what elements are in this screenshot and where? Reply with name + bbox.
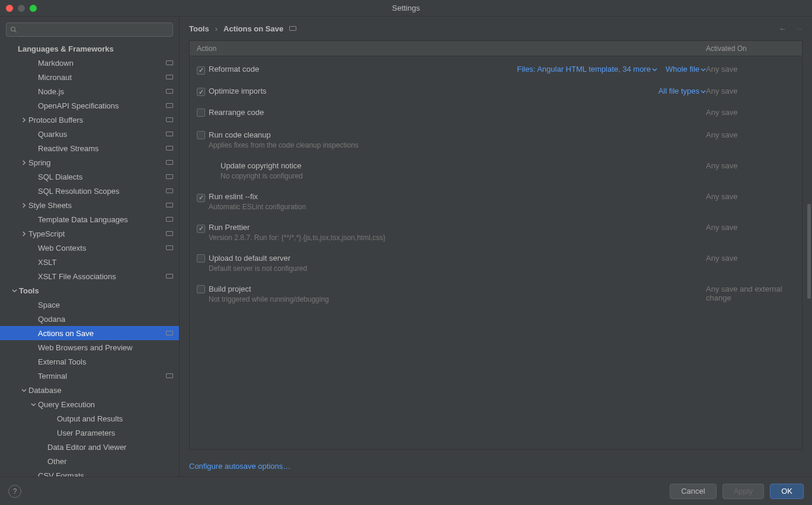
sidebar-item-typescript[interactable]: TypeScript (0, 226, 179, 241)
sidebar-item-output-and-results[interactable]: Output and Results (0, 411, 179, 426)
sidebar-item-quarkus[interactable]: Quarkus (0, 127, 179, 141)
main-panel: Tools › Actions on Save ← → Action Activ… (180, 17, 812, 477)
sidebar-item-label: Node.js (38, 87, 166, 96)
configure-autosave-link[interactable]: Configure autosave options… (189, 462, 290, 471)
sidebar-item-query-execution[interactable]: Query Execution (0, 397, 179, 411)
action-label: Optimize imports (209, 87, 504, 95)
action-checkbox[interactable] (197, 194, 205, 202)
cancel-button[interactable]: Cancel (670, 484, 716, 499)
sidebar-item-spring[interactable]: Spring (0, 155, 179, 170)
breadcrumb-current: Actions on Save (223, 24, 283, 33)
minimize-window-button[interactable] (18, 5, 25, 12)
action-checkbox[interactable] (197, 131, 205, 139)
sidebar-item-template-data-languages[interactable]: Template Data Languages (0, 212, 179, 226)
sidebar-item-label: SQL Resolution Scopes (38, 187, 166, 196)
action-option-dropdown[interactable]: All file types (658, 87, 706, 95)
tree-section-header[interactable]: Languages & Frameworks (0, 41, 179, 56)
nav-forward-button[interactable]: → (795, 24, 803, 33)
activated-on-label: Any save (706, 223, 795, 232)
sidebar-item-label: Data Editor and Viewer (47, 443, 173, 452)
sidebar-item-style-sheets[interactable]: Style Sheets (0, 198, 179, 212)
chevron-right-icon[interactable] (19, 117, 28, 123)
action-checkbox[interactable] (197, 254, 205, 263)
sidebar-item-label: Terminal (38, 372, 166, 381)
col-activated-header: Activated On (706, 44, 795, 53)
action-option-dropdown[interactable]: Files: Angular HTML template, 34 more (517, 65, 657, 73)
sidebar-item-label: XSLT File Associations (38, 272, 166, 281)
sidebar-item-markdown[interactable]: Markdown (0, 56, 179, 70)
action-checkbox[interactable] (197, 88, 205, 96)
maximize-window-button[interactable] (30, 5, 37, 12)
action-checkbox[interactable] (197, 108, 205, 117)
search-input[interactable] (20, 25, 169, 34)
ok-button[interactable]: OK (770, 484, 804, 499)
sidebar-item-external-tools[interactable]: External Tools (0, 354, 179, 369)
sidebar-item-micronaut[interactable]: Micronaut (0, 70, 179, 84)
project-scope-icon (166, 231, 173, 236)
activated-on-label: Any save (706, 65, 795, 73)
activated-on-label: Any save and external change (706, 285, 795, 302)
sidebar-item-node-js[interactable]: Node.js (0, 84, 179, 98)
nav-back-button[interactable]: ← (779, 24, 787, 33)
chevron-down-icon (701, 89, 706, 94)
sidebar-item-csv-formats[interactable]: CSV Formats (0, 468, 179, 477)
sidebar-item-label: Style Sheets (28, 201, 166, 210)
chevron-right-icon[interactable] (19, 203, 28, 208)
breadcrumb-root[interactable]: Tools (189, 24, 209, 33)
sidebar-item-data-editor-and-viewer[interactable]: Data Editor and Viewer (0, 440, 179, 454)
sidebar-item-tools[interactable]: Tools (0, 283, 179, 298)
action-row: Run eslint --fixAutomatic ESLint configu… (190, 184, 802, 215)
sidebar-item-label: Actions on Save (38, 329, 166, 338)
sidebar-item-protocol-buffers[interactable]: Protocol Buffers (0, 113, 179, 127)
action-checkbox[interactable] (197, 225, 205, 233)
sidebar-item-space[interactable]: Space (0, 298, 179, 312)
sidebar-item-web-contexts[interactable]: Web Contexts (0, 241, 179, 255)
sidebar-item-other[interactable]: Other (0, 454, 179, 468)
close-window-button[interactable] (6, 5, 13, 12)
action-checkbox[interactable] (197, 66, 205, 75)
footer: ? Cancel Apply OK (0, 477, 812, 505)
action-row: Upload to default serverDefault server i… (190, 245, 802, 276)
sidebar-item-xslt[interactable]: XSLT (0, 255, 179, 269)
action-checkbox[interactable] (197, 285, 205, 293)
action-option-dropdown[interactable]: Whole file (666, 65, 706, 73)
sidebar-scrollbar-thumb[interactable] (807, 204, 811, 299)
sidebar-item-label: User Parameters (57, 429, 173, 437)
chevron-down-icon[interactable] (19, 388, 28, 393)
sidebar-item-reactive-streams[interactable]: Reactive Streams (0, 141, 179, 155)
action-row: Optimize importsAll file types Any save (190, 78, 802, 100)
sidebar-item-qodana[interactable]: Qodana (0, 312, 179, 326)
project-scope-icon (166, 217, 173, 222)
sidebar-item-openapi-specifications[interactable]: OpenAPI Specifications (0, 98, 179, 113)
help-button[interactable]: ? (8, 485, 21, 498)
sidebar-item-label: Query Execution (38, 400, 173, 409)
action-label: Upload to default server (209, 254, 504, 263)
project-scope-icon (166, 331, 173, 335)
chevron-down-icon (701, 67, 706, 72)
search-input-wrap[interactable] (6, 23, 173, 37)
project-scope-icon (166, 188, 173, 193)
settings-tree[interactable]: Languages & Frameworks MarkdownMicronaut… (0, 41, 179, 477)
sidebar-item-terminal[interactable]: Terminal (0, 369, 179, 383)
sidebar-item-xslt-file-associations[interactable]: XSLT File Associations (0, 269, 179, 283)
sidebar-item-actions-on-save[interactable]: Actions on Save (0, 326, 179, 340)
sidebar-item-sql-dialects[interactable]: SQL Dialects (0, 170, 179, 184)
activated-on-label: Any save (706, 254, 795, 263)
project-scope-icon (289, 26, 296, 31)
sidebar-item-database[interactable]: Database (0, 383, 179, 397)
sidebar-item-label: Template Data Languages (38, 215, 166, 224)
project-scope-icon (166, 60, 173, 65)
sidebar-item-label: OpenAPI Specifications (38, 101, 166, 110)
sidebar-scrollbar[interactable] (806, 38, 812, 505)
chevron-down-icon[interactable] (28, 402, 38, 407)
sidebar-item-user-parameters[interactable]: User Parameters (0, 426, 179, 440)
sidebar-item-sql-resolution-scopes[interactable]: SQL Resolution Scopes (0, 184, 179, 198)
sidebar-item-web-browsers-and-preview[interactable]: Web Browsers and Preview (0, 340, 179, 354)
action-row: Run PrettierVersion 2.8.7. Run for: {**/… (190, 215, 802, 245)
apply-button[interactable]: Apply (723, 484, 765, 499)
chevron-right-icon[interactable] (19, 160, 28, 165)
chevron-down-icon[interactable] (9, 288, 19, 293)
chevron-right-icon[interactable] (19, 231, 28, 236)
titlebar: Settings (0, 0, 812, 17)
col-action-header: Action (197, 44, 706, 53)
